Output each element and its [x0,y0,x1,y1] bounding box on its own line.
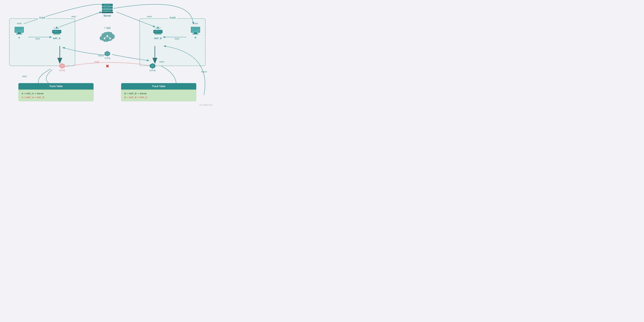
svg-point-37 [56,27,57,28]
svg-rect-44 [53,33,60,34]
track-table-left-header: Track Table [18,83,94,90]
tcp-packet-icon [104,50,110,56]
server-box: Server [100,3,114,17]
step6-label: step6 [94,60,99,63]
wan-cloud-icon [98,30,116,44]
nat-a-label: NAT_A [53,37,60,40]
svg-point-50 [158,31,159,32]
wan-label: 广域网 [104,27,110,30]
server-icon [100,3,114,14]
track-table-left-body: A -> NAT_A -> Server A -> NAT_A -> NAT_B [18,90,94,101]
computer-b-icon [190,26,201,35]
track-table-right-header: Track Table [121,83,196,90]
svg-point-49 [156,31,157,32]
step7-label: step7 [22,75,27,78]
step4-label: step4 [147,15,152,18]
computer-a: A [14,26,24,39]
udp-a-icon [59,63,65,69]
lan-label-right: 局域网 [168,16,177,19]
track-table-right-body: B -> NAT_B -> Server B -> NAT_B -> NAT_A [121,90,196,101]
svg-rect-27 [18,33,21,34]
step8-label: step8 [193,22,198,24]
wan-cloud: 广域网 [98,27,116,44]
track-row-right-2: B -> NAT_B -> NAT_A [124,96,193,98]
track-row-left-2: A -> NAT_A -> NAT_B [22,96,90,98]
computer-a-icon [14,26,24,35]
udp-b-icon [150,63,156,69]
step10-label: step10 [201,70,207,73]
lan-box-right: 局域网 [140,18,206,66]
svg-rect-30 [191,27,200,32]
tcp-packet-label: TCP包 [104,57,110,60]
svg-point-41 [56,31,58,32]
server-label: Server [104,14,111,17]
nat-b: NAT_B [152,26,164,40]
svg-rect-28 [16,34,22,34]
svg-point-39 [54,31,54,32]
step5-label: step5 [17,22,22,24]
tcp-packet: TCP包 [104,50,110,60]
lan-box-left: 局域网 [9,18,75,66]
svg-point-52 [161,31,161,32]
svg-rect-34 [194,33,197,34]
svg-rect-35 [192,34,198,34]
svg-point-48 [155,31,156,32]
computer-a-label: A [18,36,20,39]
svg-point-17 [106,35,108,37]
svg-rect-16 [102,12,113,13]
nat-a: NAT_A [50,26,63,40]
nat-b-icon [152,26,164,36]
svg-point-18 [104,38,105,39]
udp-b-label: UDP包 [150,69,156,72]
track-row-left-1: A -> NAT_A -> Server [22,92,90,95]
svg-point-42 [58,31,59,32]
udp-packet-a: UDP包 [59,63,65,72]
svg-rect-53 [154,33,161,34]
step9-label: step9 [159,60,164,63]
step11-label: step11 [98,54,104,57]
track-row-right-1: B -> NAT_B -> Server [124,92,193,95]
udp-a-label: UDP包 [59,69,65,72]
track-table-left: Track Table A -> NAT_A -> Server A -> NA… [18,83,94,101]
svg-point-40 [55,31,56,32]
watermark: ©络上图益热水过区 [200,104,213,106]
nat-a-icon [50,26,63,36]
nat-b-label: NAT_B [154,37,162,40]
svg-point-46 [157,27,158,28]
computer-b-label: B [195,36,196,39]
step2-label: step2 [71,15,76,18]
computer-b: B [190,26,201,39]
udp-packet-b: UDP包 [150,63,156,72]
step1-label: step1 [35,38,40,40]
svg-point-19 [109,38,111,39]
svg-point-43 [60,31,60,32]
track-table-right: Track Table B -> NAT_B -> Server B -> NA… [121,83,196,101]
cross-mark: ✖ [106,64,109,69]
step3-label: step3 [174,38,180,40]
lan-label-left: 局域网 [38,16,46,19]
svg-rect-23 [15,27,23,32]
svg-point-51 [160,31,160,32]
diagram-container: Server 广域网 局域网 局域网 [0,0,215,107]
